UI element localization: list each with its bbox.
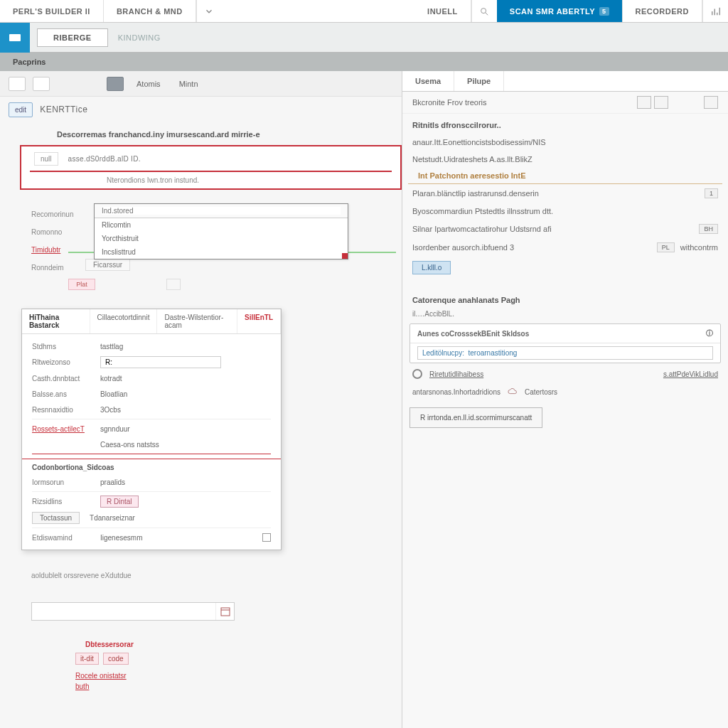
error-tag: null <box>34 152 58 166</box>
dropdown-option[interactable]: Incslisttrud <box>95 245 348 259</box>
field-label: Iormsorun <box>32 478 93 486</box>
red-chip[interactable]: code <box>103 653 129 665</box>
breadcrumb: Pacprins <box>0 53 728 71</box>
panel-input[interactable] <box>417 346 713 360</box>
right-item[interactable]: Netstudt.Uidrateshets A.as.llt.BlikZ <box>402 151 728 168</box>
subnav-atomis[interactable]: Atomis <box>131 77 166 91</box>
resize-handle-icon[interactable] <box>342 253 348 259</box>
red-chip[interactable]: it-dit <box>75 653 99 665</box>
page-title: KENRTTice <box>40 105 87 114</box>
section2-heading: Catorenque anahlanats Pagh <box>410 291 721 309</box>
list-link[interactable]: buth <box>75 681 393 692</box>
field-label-link[interactable]: Rossets-actilecT <box>32 425 93 433</box>
pink-tag[interactable]: Plat <box>68 279 95 290</box>
toolbar-button[interactable] <box>637 96 651 109</box>
second-bar: RIBERGE KINDWING <box>0 23 728 53</box>
right-tab-2[interactable]: Pilupe <box>454 71 504 91</box>
radio-icon[interactable] <box>412 369 422 379</box>
field-label: Casth.dnnbtact <box>32 375 93 382</box>
dropdown-search-input[interactable] <box>102 207 341 215</box>
field-value: praalids <box>100 478 125 486</box>
error-subtext: Nterondions Iwn.tron instund. <box>21 172 400 188</box>
right-column: Usema Pilupe Bkcronite Frov treoris Ritn… <box>402 71 728 728</box>
list-row[interactable]: Isordenber ausorch.ibfuend 3PLwithcontrm <box>402 238 728 257</box>
dropdown-option[interactable]: Rlicomtin <box>95 218 348 232</box>
toolbar-button[interactable] <box>654 96 668 109</box>
app-home-icon[interactable] <box>0 23 30 53</box>
meta-link[interactable]: Riretutidlihaibess <box>429 370 483 378</box>
tab-overflow-icon[interactable] <box>196 0 222 22</box>
below-popup-area: aoldublelt orssrevene eXdutdue Dbtessers… <box>31 569 393 692</box>
left-subnav: Atomis Mintn <box>0 71 402 97</box>
nav-fwd-button[interactable] <box>33 77 50 91</box>
dialog-tab-2[interactable]: Cillaecotortdinnit <box>90 309 158 333</box>
meta-row-2: antarsnonas.Inhortadridions Catertosrs <box>410 385 721 403</box>
top-tabbar: PERL'S BUILDER II BRANCH & MND INUELL SC… <box>0 0 728 23</box>
field-input[interactable] <box>100 356 221 368</box>
panel-heading: Aunes coCrosssekBEnit Skldsos <box>417 330 529 338</box>
dialog-tabs: HiThaina Bastarck Cillaecotortdinnit Das… <box>22 309 281 334</box>
title-row: edit KENRTTice <box>0 97 402 122</box>
search-input[interactable] <box>32 608 215 616</box>
list-row[interactable]: Plaran.blänctlip iastrarunsd.denserin1 <box>402 184 728 203</box>
tab-inuell[interactable]: INUELL <box>414 0 471 22</box>
field-label: Balsse.ans <box>32 390 93 398</box>
list-row[interactable]: Byoscommardiun Ptstedtls illnsstrum dtt. <box>402 203 728 220</box>
toolbar-button[interactable] <box>704 96 718 109</box>
action-chip[interactable]: Toctassun <box>32 512 80 524</box>
dialog-tab-3[interactable]: Dastre-Wilstentior-acam <box>157 309 237 333</box>
search-icon[interactable] <box>471 0 497 22</box>
validation-error-box: null asse.dS0rddB.alD ID. Nterondions Iw… <box>20 145 402 190</box>
error-id: asse.dS0rddB.alD ID. <box>68 155 141 163</box>
field-label: Etdiswamind <box>32 534 93 542</box>
blue-chip[interactable]: L.klll.o <box>412 261 451 274</box>
tab-recorder[interactable]: RECORDERD <box>623 0 702 22</box>
label-3-link[interactable]: Timidubtr <box>31 246 73 254</box>
field-subvalue: Caesa-ons natstss <box>100 441 159 449</box>
status-chip[interactable]: R Dintal <box>100 496 139 508</box>
edit-chip[interactable]: edit <box>9 102 33 117</box>
nav-back-button[interactable] <box>9 77 26 91</box>
field-value: 3Ocbs <box>100 406 121 414</box>
red-link[interactable]: Dbtessersorar <box>85 641 393 648</box>
right-item[interactable]: anaur.Itt.Eonettioncistsbodisessim/NIS <box>402 134 728 151</box>
svg-rect-2 <box>221 608 230 616</box>
dropdown-option[interactable]: Yorcthistruit <box>95 232 348 245</box>
subnav-mintn[interactable]: Mintn <box>173 77 204 91</box>
label-4: Ronndeim <box>31 264 73 272</box>
field-value: tasttlag <box>100 343 123 350</box>
panel-info-icon[interactable]: ⓘ <box>706 328 713 338</box>
riberge-button[interactable]: RIBERGE <box>37 28 108 47</box>
meta-row: Riretutidlihaibess s.attPdeVikLidlud <box>410 363 721 385</box>
right-row-label: Bkcronite Frov treoris <box>412 98 630 107</box>
chart-icon[interactable] <box>702 0 728 22</box>
tab-scan-primary[interactable]: SCAN SMR ABERTLY5 <box>497 0 623 22</box>
section-icon <box>36 128 51 141</box>
label-2: Romonno <box>31 228 73 236</box>
tab-builder[interactable]: PERL'S BUILDER II <box>0 0 104 22</box>
list-link[interactable]: Rocele onistatsr <box>75 670 393 681</box>
list-row[interactable]: Silnar Ipartwomcactatirohur Udstsrnd afi… <box>402 220 728 238</box>
dialog-tab-1[interactable]: HiThaina Bastarck <box>22 309 90 333</box>
meta-link[interactable]: s.attPdeVikLidlud <box>663 370 718 378</box>
calendar-icon[interactable] <box>215 603 234 620</box>
checkbox[interactable] <box>262 533 271 542</box>
svg-point-0 <box>481 8 486 13</box>
primary-action-button[interactable]: R irrtonda.en.ll.id.scormimurscanatt <box>410 407 542 428</box>
autocomplete-dropdown[interactable]: Rlicomtin Yorcthistruit Incslisttrud <box>94 203 348 259</box>
dialog-subheading: Codonbortiona_Sidcoas <box>22 459 281 474</box>
secondbar-label: KINDWING <box>118 33 161 42</box>
meta-text: Catertosrs <box>525 388 557 396</box>
field-value: Bloatlian <box>100 390 127 398</box>
nav-view-toggle[interactable] <box>107 77 124 91</box>
cloud-icon <box>508 387 518 396</box>
field-labels: Recomorinun Romonno Timidubtr Ronndeim <box>31 210 73 272</box>
right-tabs: Usema Pilupe <box>402 71 728 92</box>
pink-icon-box[interactable] <box>166 279 181 290</box>
mini-chip[interactable]: Ficarssur <box>85 259 130 271</box>
dialog-tab-4[interactable]: SillEnTL <box>237 309 281 333</box>
section2-sub: il.…AccibBlL. <box>410 309 721 323</box>
search-field[interactable] <box>31 602 235 621</box>
right-tab-1[interactable]: Usema <box>402 71 454 91</box>
tab-branch[interactable]: BRANCH & MND <box>104 0 196 22</box>
